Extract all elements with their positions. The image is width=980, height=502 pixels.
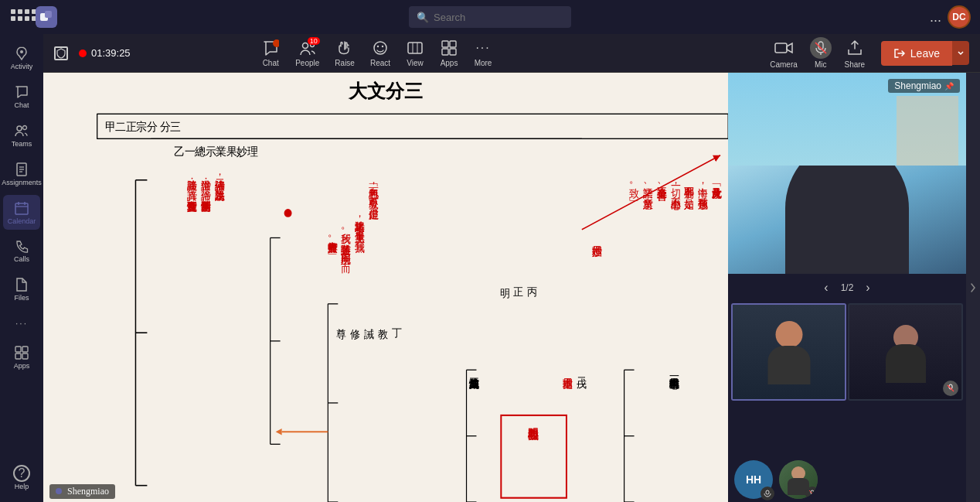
- svg-text:戊一明世俗業果唯心: 戊一明世俗業果唯心: [669, 374, 680, 390]
- security-badge: 01:39:25: [54, 46, 131, 60]
- people-toolbar-icon: 10: [298, 39, 317, 57]
- whiteboard: 大文分三 甲二正宗分 分三 乙一總示業果: [43, 73, 728, 502]
- mic-icon: [810, 37, 832, 59]
- react-button[interactable]: React: [370, 39, 390, 67]
- right-controls: Camera Mic: [770, 37, 866, 69]
- calendar-icon: [13, 200, 30, 217]
- pagination-bar: ‹ 1/2 ›: [728, 274, 966, 302]
- chat-toolbar-label: Chat: [263, 59, 279, 67]
- files-icon: [13, 276, 30, 293]
- svg-text:明: 明: [501, 288, 510, 298]
- calls-icon: [13, 237, 30, 254]
- user-avatar[interactable]: DC: [948, 5, 971, 29]
- prev-page-button[interactable]: ‹: [819, 279, 832, 296]
- security-icon: [54, 46, 68, 60]
- search-bar[interactable]: 🔍: [409, 6, 571, 28]
- svg-text:世俗諦：俗諦；迷情所見世間事相: 世俗諦：俗諦；迷情所見世間事相: [201, 172, 212, 212]
- svg-text:一切，靡不由心: 一切，靡不由心: [670, 180, 681, 210]
- people-count-badge: 10: [308, 37, 320, 45]
- sidebar-item-activity[interactable]: Activity: [3, 40, 40, 76]
- people-button[interactable]: 10 People: [295, 39, 319, 67]
- assignments-icon: [13, 161, 30, 178]
- camera-icon: [773, 37, 795, 59]
- sidebar: Activity Chat Teams: [0, 34, 43, 502]
- meeting-timer: 01:39:25: [91, 47, 131, 59]
- sidebar-item-calendar[interactable]: Calendar: [3, 195, 40, 231]
- thumbnail-2[interactable]: [848, 303, 963, 401]
- svg-text:丙: 丙: [528, 287, 538, 296]
- svg-point-4: [23, 125, 27, 129]
- svg-text:我所。雖各隨業，所現不同，而: 我所。雖各隨業，所現不同，而: [341, 225, 352, 274]
- svg-rect-23: [408, 43, 422, 53]
- sidebar-item-calendar-label: Calendar: [8, 218, 36, 226]
- sidebar-item-chat-label: Chat: [14, 102, 29, 110]
- svg-rect-30: [775, 43, 787, 53]
- speaker-video-bg: [728, 73, 966, 274]
- bottom-avatar-2[interactable]: [779, 460, 818, 499]
- sidebar-item-files[interactable]: Files: [3, 271, 40, 307]
- sidebar-item-apps[interactable]: Apps: [3, 340, 40, 375]
- svg-text:實於中無有作者。」: 實於中無有作者。」: [327, 234, 338, 254]
- svg-text:諸佛依二諦，為眾生說法: 諸佛依二諦，為眾生說法: [215, 172, 226, 201]
- speaker-name: Shengmiao: [67, 486, 109, 497]
- whiteboard-speaker-label: Shengmiao: [49, 484, 115, 499]
- people-toolbar-label: People: [295, 59, 319, 67]
- grid-icon[interactable]: [9, 8, 28, 26]
- svg-text:明勝義心即無我: 明勝義心即無我: [528, 429, 539, 442]
- camera-label: Camera: [770, 60, 798, 69]
- chat-icon: [13, 84, 30, 101]
- main-layout: Activity Chat Teams: [0, 34, 980, 502]
- share-button[interactable]: Share: [844, 37, 866, 69]
- ellipsis-icon: ···: [13, 315, 30, 332]
- meeting-toolbar: 01:39:25 Chat: [43, 34, 980, 73]
- recording-indicator: [79, 50, 87, 57]
- leave-chevron-button[interactable]: [952, 41, 969, 65]
- teams-icon: [13, 122, 30, 139]
- speaking-indicator: [56, 488, 62, 494]
- top-bar: 🔍 ... DC: [0, 0, 980, 34]
- sidebar-item-calls[interactable]: Calls: [3, 233, 40, 268]
- wb-title: 大文分三: [349, 79, 423, 104]
- sidebar-item-assignments[interactable]: Assignments: [3, 156, 40, 192]
- sidebar-item-files-label: Files: [14, 295, 29, 302]
- svg-rect-28: [442, 49, 448, 55]
- next-page-button[interactable]: ›: [861, 279, 874, 296]
- share-label: Share: [844, 60, 865, 69]
- sidebar-item-chat[interactable]: Chat: [3, 79, 40, 114]
- svg-text:丁: 丁: [393, 329, 403, 338]
- svg-text:戊三結成萬法自性如幻: 戊三結成萬法自性如幻: [469, 378, 480, 389]
- sidebar-item-ellipsis[interactable]: ···: [3, 310, 40, 336]
- svg-rect-13: [15, 347, 21, 352]
- thumbnail-1[interactable]: [731, 303, 846, 401]
- svg-text:語業、意業所: 語業、意業所: [642, 180, 653, 210]
- apps-toolbar-button[interactable]: Apps: [440, 39, 458, 67]
- svg-rect-29: [450, 49, 456, 55]
- svg-rect-9: [15, 203, 28, 214]
- svg-text:尊: 尊: [337, 330, 347, 340]
- raise-toolbar-label: Raise: [335, 59, 355, 67]
- svg-marker-54: [276, 429, 282, 435]
- svg-text:造善不善身業、: 造善不善身業、: [656, 180, 667, 201]
- leave-button[interactable]: Leave: [881, 41, 952, 66]
- search-input[interactable]: [434, 12, 563, 23]
- raise-button[interactable]: Raise: [335, 39, 355, 67]
- mic-button[interactable]: Mic: [810, 37, 832, 69]
- more-options-button[interactable]: ...: [930, 9, 941, 26]
- react-toolbar-label: React: [370, 59, 390, 67]
- sidebar-item-teams-label: Teams: [12, 141, 32, 149]
- svg-text:甲二正宗分 分三: 甲二正宗分 分三: [105, 120, 181, 133]
- bottom-avatar-1[interactable]: HH: [734, 460, 773, 499]
- more-toolbar-button[interactable]: ··· More: [474, 39, 492, 67]
- svg-point-2: [20, 50, 23, 53]
- svg-rect-16: [22, 353, 28, 359]
- view-button[interactable]: View: [406, 39, 424, 67]
- svg-rect-37: [97, 114, 728, 138]
- thumb-1-bg: [733, 305, 845, 399]
- apps-toolbar-icon: [440, 39, 458, 57]
- right-panel-collapse[interactable]: [966, 73, 980, 502]
- svg-text:「汝見此會及大: 「汝見此會及大: [713, 183, 723, 200]
- sidebar-item-teams[interactable]: Teams: [3, 118, 40, 153]
- sidebar-item-help[interactable]: ? Help: [3, 460, 40, 496]
- chat-button[interactable]: Chat: [261, 39, 280, 67]
- camera-button[interactable]: Camera: [770, 37, 798, 69]
